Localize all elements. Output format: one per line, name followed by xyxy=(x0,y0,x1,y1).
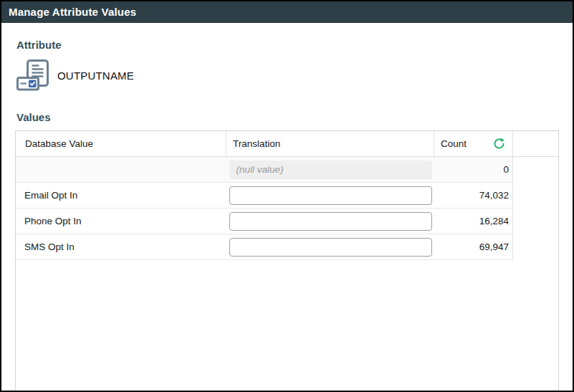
refresh-icon xyxy=(493,138,505,150)
translation-input-phone-opt-in[interactable] xyxy=(229,212,432,231)
null-value-readonly-field: (null value) xyxy=(229,161,432,179)
count-cell: 69,947 xyxy=(434,242,512,252)
database-value-cell: Phone Opt In xyxy=(16,216,226,226)
count-header-label: Count xyxy=(441,131,467,156)
translation-cell xyxy=(226,238,434,257)
table-body: (null value) 0 Email Opt In 74,032 Phone… xyxy=(16,157,513,260)
dialog-content: Attribute OUTPUTNAME Values Database Val… xyxy=(1,39,573,391)
column-header-translation: Translation xyxy=(226,131,434,156)
translation-cell xyxy=(226,212,434,231)
attribute-section-label: Attribute xyxy=(16,39,559,51)
column-header-database-value: Database Value xyxy=(16,131,226,156)
table-header-row: Database Value Translation Count xyxy=(16,131,558,157)
count-cell: 0 xyxy=(434,164,512,175)
refresh-counts-button[interactable] xyxy=(492,138,505,150)
values-section-label: Values xyxy=(16,112,559,123)
values-table: Database Value Translation Count xyxy=(15,130,559,391)
database-value-cell: Email Opt In xyxy=(16,190,226,201)
dialog-title: Manage Attribute Values xyxy=(9,6,136,18)
manage-attribute-values-dialog: Manage Attribute Values Attribute OUTPUT… xyxy=(0,0,574,392)
table-row-phone-opt-in: Phone Opt In 16,284 xyxy=(16,209,512,234)
table-row-email-opt-in: Email Opt In 74,032 xyxy=(16,183,512,209)
attribute-document-icon xyxy=(16,59,51,91)
table-header-spacer xyxy=(513,131,558,156)
count-cell: 74,032 xyxy=(434,190,512,201)
dialog-titlebar: Manage Attribute Values xyxy=(1,1,573,23)
attribute-row: OUTPUTNAME xyxy=(16,59,559,92)
count-cell: 16,284 xyxy=(434,216,512,226)
table-row-sms-opt-in: SMS Opt In 69,947 xyxy=(16,234,512,260)
column-header-count: Count xyxy=(434,131,513,156)
translation-input-sms-opt-in[interactable] xyxy=(229,238,432,257)
attribute-name: OUTPUTNAME xyxy=(57,70,134,82)
translation-cell xyxy=(226,186,434,205)
translation-cell: (null value) xyxy=(226,161,434,179)
database-value-cell: SMS Opt In xyxy=(16,242,226,252)
translation-input-email-opt-in[interactable] xyxy=(229,186,432,205)
table-row-null-value: (null value) 0 xyxy=(16,157,512,183)
